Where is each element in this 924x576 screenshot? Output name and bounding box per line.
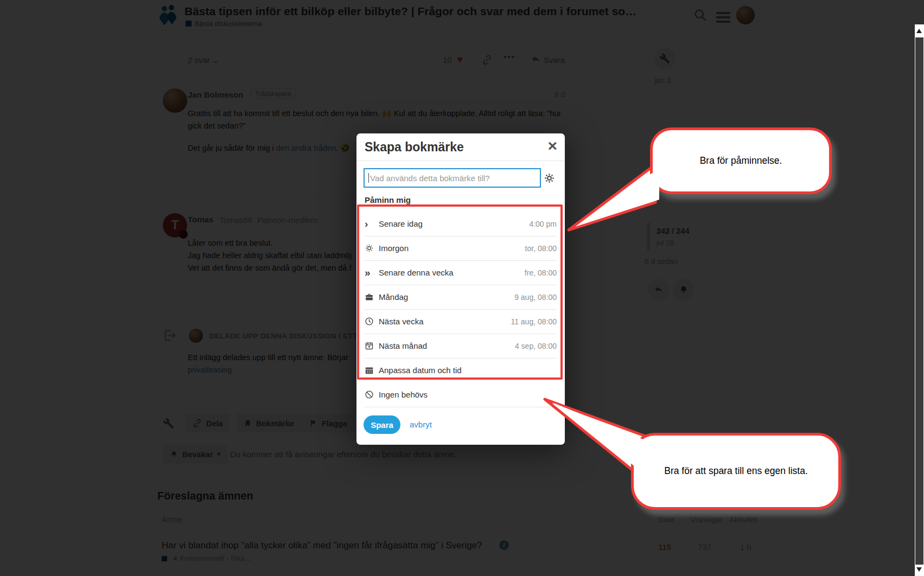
callout-tail-cover	[537, 391, 662, 477]
reminder-option-none[interactable]: Ingen behövs	[365, 382, 557, 407]
callout-text: Bra för påminnelse.	[700, 155, 782, 167]
bookmark-options-gear-icon[interactable]	[544, 172, 555, 184]
modal-header-divider	[356, 161, 565, 161]
callout-text: Bra för att spara till ens egen lista.	[655, 464, 818, 478]
scrollbar-thumb[interactable]	[915, 37, 923, 565]
callout-reminder: Bra för påminnelse.	[650, 127, 832, 194]
scroll-up-arrow[interactable]	[916, 29, 922, 33]
bookmark-name-input[interactable]: Vad används detta bokmärke till?	[364, 168, 541, 188]
callout-tail-cover	[559, 152, 667, 239]
page: Bästa tipsen inför ett bilköp eller bilb…	[0, 0, 924, 576]
modal-title: Skapa bokmärke	[365, 140, 464, 155]
text-caret	[368, 173, 369, 183]
scrollbar[interactable]	[915, 24, 924, 576]
ban-icon	[365, 390, 379, 399]
close-icon[interactable]: ×	[547, 137, 557, 155]
annotation-red-box	[357, 204, 563, 380]
cancel-link[interactable]: avbryt	[410, 420, 432, 429]
remind-me-label: Påminn mig	[365, 195, 411, 204]
scroll-down-arrow[interactable]	[916, 567, 922, 572]
save-button[interactable]: Spara	[364, 415, 400, 434]
callout-save-list: Bra för att spara till ens egen lista.	[631, 433, 841, 510]
